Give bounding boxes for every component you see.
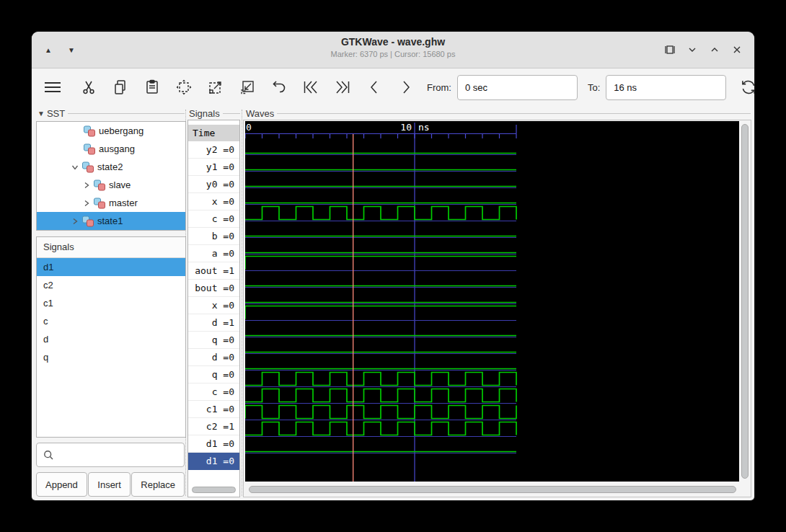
maximize-icon[interactable] xyxy=(709,44,720,56)
titlebar[interactable]: ▲ ▼ GTKWave - wave.ghw Marker: 6370 ps |… xyxy=(32,32,754,68)
close-icon[interactable] xyxy=(731,44,743,56)
chevron-down-icon[interactable] xyxy=(70,164,80,171)
signal-value-column: Time y2 =0y1 =0y0 =0x =0c =0b =0a =0aout… xyxy=(187,120,240,497)
signal-value-aout[interactable]: aout =1 xyxy=(188,262,239,280)
waves-vertical-scrollbar[interactable] xyxy=(741,124,749,479)
signal-value-rows: y2 =0y1 =0y0 =0x =0c =0b =0a =0aout =1bo… xyxy=(188,141,239,470)
restore-icon[interactable] xyxy=(664,44,676,56)
signals-list-header: Signals xyxy=(37,237,185,258)
prev-icon[interactable] xyxy=(363,76,385,98)
chevron-right-icon[interactable] xyxy=(81,200,92,207)
from-input[interactable] xyxy=(457,75,578,100)
tree-item-state2[interactable]: state2 xyxy=(37,158,185,176)
insert-button[interactable]: Insert xyxy=(88,472,131,497)
tree-item-slave[interactable]: slave xyxy=(37,176,185,194)
tree-item-master[interactable]: master xyxy=(37,194,185,212)
signal-column-horizontal-scrollbar[interactable] xyxy=(192,487,236,493)
waves-horizontal-scrollbar[interactable] xyxy=(249,486,736,493)
scope-icon xyxy=(83,125,96,137)
svg-text:0: 0 xyxy=(246,122,252,133)
pane-handle-right[interactable] xyxy=(242,110,242,496)
signal-value-y1[interactable]: y1 =0 xyxy=(188,159,239,176)
chevron-down-icon[interactable]: ▼ xyxy=(37,110,45,118)
signal-buttons: Append Insert Replace xyxy=(36,472,185,497)
signal-value-a[interactable]: a =0 xyxy=(188,245,239,262)
search-input[interactable] xyxy=(54,443,184,467)
search-icon xyxy=(43,450,54,461)
tree-item-label: slave xyxy=(109,179,131,190)
signal-list-item-c1[interactable]: c1 xyxy=(37,294,185,312)
wave-canvas[interactable]: 010ns xyxy=(245,121,739,482)
signal-value-bout[interactable]: bout =0 xyxy=(188,280,239,297)
signal-value-q[interactable]: q =0 xyxy=(188,332,239,349)
chevron-right-icon[interactable] xyxy=(81,182,92,189)
signal-column-frame-label: Signals xyxy=(189,108,240,118)
signal-value-d[interactable]: d =0 xyxy=(188,349,239,366)
svg-text:10: 10 xyxy=(400,122,412,133)
pane-handle-left[interactable] xyxy=(185,110,186,496)
undo-icon[interactable] xyxy=(268,76,290,98)
signal-search xyxy=(36,443,185,467)
tree-item-label: state2 xyxy=(97,161,123,172)
signal-value-q[interactable]: q =0 xyxy=(188,366,239,384)
waves-frame-label: Waves xyxy=(246,108,751,118)
window-title: GTKWave - wave.ghw xyxy=(176,36,610,48)
tree-item-label: state1 xyxy=(97,216,123,226)
svg-text:ns: ns xyxy=(418,122,430,133)
scope-icon xyxy=(93,198,106,209)
append-button[interactable]: Append xyxy=(36,472,87,497)
signal-list-item-q[interactable]: q xyxy=(37,348,185,366)
zoom-out-icon[interactable] xyxy=(237,76,258,98)
toolbar: From: To: xyxy=(32,68,754,106)
copy-icon[interactable] xyxy=(110,76,131,98)
signal-value-c[interactable]: c =0 xyxy=(188,210,239,228)
tree-item-uebergang[interactable]: uebergang xyxy=(37,122,185,140)
signal-value-d1[interactable]: d1 =0 xyxy=(188,435,239,453)
sst-tree: uebergangausgangstate2slavemasterstate1 xyxy=(36,121,186,231)
skip-end-icon[interactable] xyxy=(332,76,353,98)
signal-value-b[interactable]: b =0 xyxy=(188,228,239,245)
signal-list-item-d[interactable]: d xyxy=(37,330,185,348)
tree-item-label: master xyxy=(109,198,138,208)
reload-icon[interactable] xyxy=(736,75,754,99)
unmaximize-icon[interactable] xyxy=(686,44,698,56)
time-header[interactable]: Time xyxy=(188,125,239,141)
signal-value-c2[interactable]: c2 =1 xyxy=(188,418,239,435)
shade-up-icon[interactable]: ▲ xyxy=(45,46,52,54)
shade-down-icon[interactable]: ▼ xyxy=(68,46,75,54)
menu-icon[interactable] xyxy=(42,76,63,98)
scope-icon xyxy=(81,216,94,227)
scope-icon xyxy=(81,161,94,173)
scope-icon xyxy=(93,179,106,191)
to-input[interactable] xyxy=(606,75,726,100)
skip-start-icon[interactable] xyxy=(300,76,322,98)
signal-value-y0[interactable]: y0 =0 xyxy=(188,176,239,193)
signal-value-x[interactable]: x =0 xyxy=(188,297,239,314)
signal-list-item-c[interactable]: c xyxy=(37,312,185,330)
signals-list-panel: Signals d1c2c1cdq xyxy=(36,236,186,438)
paste-icon[interactable] xyxy=(141,76,163,98)
signal-value-d[interactable]: d =1 xyxy=(188,314,239,332)
cut-icon[interactable] xyxy=(78,76,100,98)
signal-value-y2[interactable]: y2 =0 xyxy=(188,141,239,159)
tree-item-label: ausgang xyxy=(99,143,135,154)
to-label: To: xyxy=(588,82,600,93)
replace-button[interactable]: Replace xyxy=(131,472,185,497)
signal-value-c[interactable]: c =0 xyxy=(188,384,239,401)
scope-icon xyxy=(83,143,96,155)
next-icon[interactable] xyxy=(395,76,417,98)
tree-item-ausgang[interactable]: ausgang xyxy=(37,140,185,158)
marker-cursor-status: Marker: 6370 ps | Cursor: 15680 ps xyxy=(176,50,610,58)
signal-list-item-d1[interactable]: d1 xyxy=(37,258,185,276)
sst-frame-label: ▼ SST xyxy=(37,108,185,118)
zoom-fit-icon[interactable] xyxy=(173,76,195,98)
signal-value-x[interactable]: x =0 xyxy=(188,193,239,210)
signal-value-d1[interactable]: d1 =0 xyxy=(188,453,239,470)
zoom-in-icon[interactable] xyxy=(205,76,226,98)
tree-item-state1[interactable]: state1 xyxy=(37,212,185,230)
signal-value-c1[interactable]: c1 =0 xyxy=(188,401,239,418)
from-label: From: xyxy=(427,82,451,93)
signal-list-item-c2[interactable]: c2 xyxy=(37,276,185,294)
chevron-right-icon[interactable] xyxy=(70,218,80,225)
tree-item-label: uebergang xyxy=(99,125,143,136)
